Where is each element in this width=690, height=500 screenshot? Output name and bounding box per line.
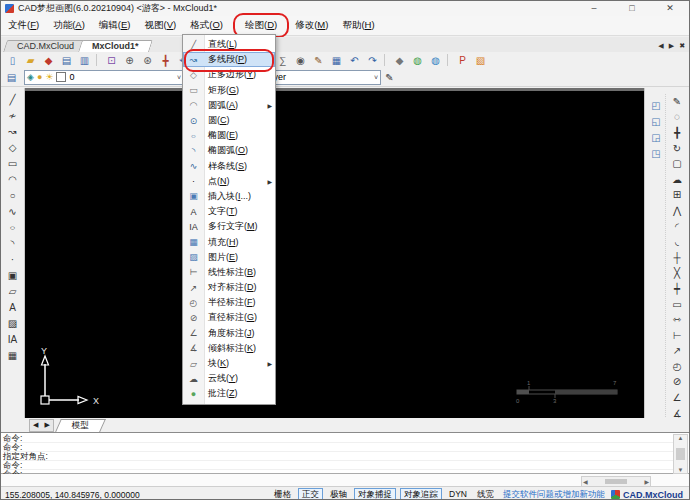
pan-button[interactable]: ╋ xyxy=(157,52,174,68)
menubar-item-view[interactable]: 视图(V) xyxy=(138,17,184,34)
menu-item-circle[interactable]: ⊙圆(C) xyxy=(183,113,275,128)
scroll-right-icon[interactable]: ▶ xyxy=(644,478,649,485)
menu-item-dim-angular[interactable]: ∠角度标注(J) xyxy=(183,326,275,341)
mtext-button[interactable]: IA xyxy=(4,332,21,347)
dim-linear-button[interactable]: ⊢ xyxy=(669,328,686,343)
rotate-button[interactable]: ↻ xyxy=(669,141,686,156)
zoom-window-button[interactable]: ⊡ xyxy=(103,52,120,68)
menu-item-image[interactable]: ▨图片(E) xyxy=(183,250,275,265)
layout-next-button[interactable]: ▶ xyxy=(41,421,52,429)
tab-next-button[interactable]: ▶ xyxy=(669,42,674,50)
menu-item-arc[interactable]: ◠圆弧(A)▶ xyxy=(183,98,275,113)
stretch-button[interactable]: ⇿ xyxy=(669,312,686,327)
open-cloud-button[interactable]: ◆ xyxy=(40,52,57,68)
tab-prev-button[interactable]: ◀ xyxy=(658,42,663,50)
document-tab-mxcloud1[interactable]: MxCloud1* xyxy=(80,40,151,52)
tab-close-button[interactable]: ✖ xyxy=(679,42,685,50)
extend-button[interactable]: ┿ xyxy=(669,281,686,296)
line-button[interactable]: ╱ xyxy=(4,92,21,107)
arc-button[interactable]: ◠ xyxy=(4,172,21,187)
spline-button[interactable]: ∿ xyxy=(4,204,21,219)
layers-button[interactable]: ▤ xyxy=(3,69,20,85)
undo-button[interactable]: ↶ xyxy=(346,52,363,68)
menu-item-spline[interactable]: ∿样条线(S) xyxy=(183,159,275,174)
redo-button[interactable]: ↷ xyxy=(364,52,381,68)
array-button[interactable]: ⊞ xyxy=(669,188,686,203)
menubar-item-function[interactable]: 功能(A) xyxy=(46,17,92,34)
web-blue-button[interactable]: ◍ xyxy=(427,52,444,68)
xline-button[interactable]: ≁ xyxy=(4,108,21,123)
paste-block-button[interactable]: ◳ xyxy=(648,146,665,161)
menu-item-dim-diameter[interactable]: ⊘直径标注(G) xyxy=(183,310,275,325)
trim-button[interactable]: ╳ xyxy=(669,266,686,281)
copy-button[interactable]: ◰ xyxy=(648,98,665,113)
drawing-canvas[interactable]: Y X 1 7 0 3 xyxy=(25,88,647,418)
measure-button[interactable]: ∑ xyxy=(274,52,291,68)
scale-button[interactable]: ▢ xyxy=(669,156,686,171)
layer-combobox[interactable]: ◈ ● ☀ 0 ˅ xyxy=(24,70,184,85)
scrollbar-thumb[interactable] xyxy=(605,479,627,484)
polygon-button[interactable]: ◇ xyxy=(4,140,21,155)
menu-item-point[interactable]: ·点(N)▶ xyxy=(183,174,275,189)
new-file-button[interactable]: ▯ xyxy=(4,52,21,68)
layout-prev-button[interactable]: ◀ xyxy=(30,421,41,429)
toggle-lineweight[interactable]: 线宽 xyxy=(474,489,497,500)
menu-item-mtext[interactable]: IA多行文字(M) xyxy=(183,219,275,234)
menubar-item-draw[interactable]: 绘图(D) xyxy=(238,17,284,34)
dim-angular-button[interactable]: ∠ xyxy=(669,390,686,405)
menu-item-polygon[interactable]: ◇正多边形(Y) xyxy=(183,67,275,82)
open-file-button[interactable]: ▰ xyxy=(22,52,39,68)
zoom-extents-button[interactable]: ⊛ xyxy=(139,52,156,68)
scroll-up-icon[interactable]: ▲ xyxy=(678,435,684,441)
ellipse-button[interactable]: ○ xyxy=(4,220,21,235)
paste-button[interactable]: ◲ xyxy=(648,130,665,145)
toggle-osnap[interactable]: 对象捕捉 xyxy=(354,488,396,500)
text-button[interactable]: A xyxy=(4,300,21,315)
erase-button[interactable]: ◌ xyxy=(669,110,686,125)
scroll-down-icon[interactable]: ▼ xyxy=(678,467,684,473)
cloud-button[interactable]: ☁ xyxy=(669,172,686,187)
close-button[interactable]: ✕ xyxy=(651,1,689,16)
menu-item-ellipse[interactable]: ○椭圆(E) xyxy=(183,128,275,143)
toggle-ortho[interactable]: 正交 xyxy=(298,488,323,500)
dim-aligned-button[interactable]: ↗ xyxy=(669,344,686,359)
menubar-item-modify[interactable]: 修改(M) xyxy=(288,17,335,34)
menu-item-hatch[interactable]: ▦填充(H) xyxy=(183,234,275,249)
hatch-button[interactable]: ▦ xyxy=(4,348,21,363)
menu-item-dim-linear[interactable]: ⊢线性标注(B) xyxy=(183,265,275,280)
menu-item-text[interactable]: A文字(T) xyxy=(183,204,275,219)
dim-diameter-button[interactable]: ⊘ xyxy=(669,375,686,390)
point-button[interactable]: · xyxy=(4,252,21,267)
modify-draw-button[interactable]: ✎ xyxy=(669,94,686,109)
command-line-panel[interactable]: 命令:命令:指定对角点:命令:命令: ▲ ▼ xyxy=(1,432,689,474)
menubar-item-edit[interactable]: 编辑(E) xyxy=(92,17,138,34)
menu-item-dim-radius[interactable]: ◴半径标注(F) xyxy=(183,295,275,310)
menu-item-insert-block[interactable]: ▣插入块(I...) xyxy=(183,189,275,204)
insert-block-button[interactable]: ▣ xyxy=(4,268,21,283)
zoom-in-button[interactable]: ⊕ xyxy=(121,52,138,68)
dim-radius-button[interactable]: ◴ xyxy=(669,359,686,374)
break-button[interactable]: ┼ xyxy=(669,250,686,265)
image-export-button[interactable]: ▧ xyxy=(472,52,489,68)
copy-base-button[interactable]: ◱ xyxy=(648,114,665,129)
model-tab[interactable]: 模型 xyxy=(58,419,103,432)
feedback-link[interactable]: 提交软件问题或增加新功能 xyxy=(503,489,605,500)
brush-button[interactable]: ✎ xyxy=(310,52,327,68)
menu-item-rectangle[interactable]: ▭矩形(G) xyxy=(183,83,275,98)
maximize-button[interactable]: □ xyxy=(613,1,651,16)
save-button[interactable]: ▤ xyxy=(58,52,75,68)
menubar-item-help[interactable]: 帮助(H) xyxy=(335,17,381,34)
toggle-dyn[interactable]: DYN xyxy=(446,489,470,500)
document-tab-cad-mxcloud[interactable]: CAD.MxCloud xyxy=(5,40,86,52)
menu-item-markup[interactable]: ●批注(Z) xyxy=(183,386,275,401)
menu-item-dim-aligned[interactable]: ↗对齐标注(D) xyxy=(183,280,275,295)
chamfer-button[interactable]: ◟ xyxy=(669,234,686,249)
command-scrollbar[interactable]: ▲ ▼ xyxy=(673,434,688,474)
pdf-export-button[interactable]: P xyxy=(454,52,471,68)
menu-item-line[interactable]: ╱直线(L) xyxy=(183,37,275,52)
ellipse-arc-button[interactable]: ◝ xyxy=(4,236,21,251)
pen-button[interactable]: ✎ xyxy=(381,69,398,85)
group-button[interactable]: ◉ xyxy=(292,52,309,68)
web-green-button[interactable]: ◍ xyxy=(409,52,426,68)
link-button[interactable]: ◆ xyxy=(391,52,408,68)
